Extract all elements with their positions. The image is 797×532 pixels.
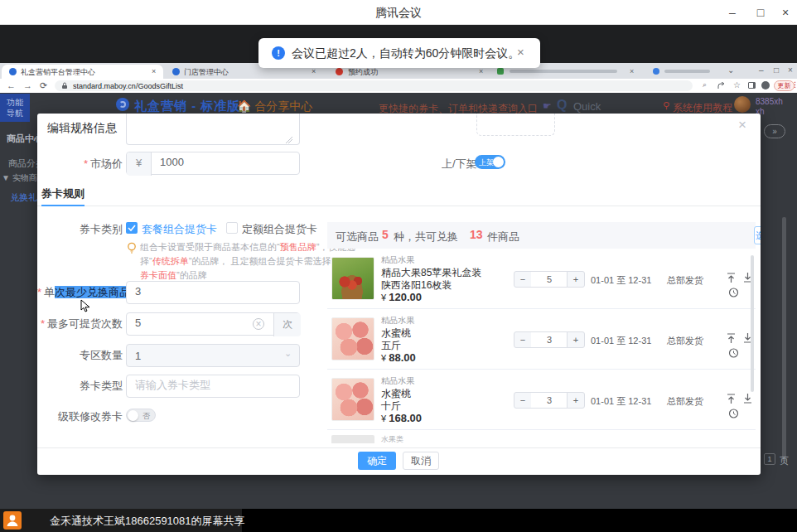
quantity-value[interactable]: 5 [531,271,568,288]
close-icon[interactable]: × [774,3,797,22]
card-category-option-1[interactable]: 套餐组合提货卡 [142,222,217,237]
quantity-value[interactable]: 3 [531,392,568,409]
delivery-source: 总部发货 [667,395,703,408]
minus-button[interactable]: − [514,271,532,288]
clock-icon[interactable] [728,347,739,359]
checkbox-checked-icon[interactable] [126,222,138,234]
user-id: 8385xh [756,97,783,106]
pagination-current[interactable]: 1 [764,453,775,465]
browser-maximize-icon[interactable]: □ [774,65,779,75]
footer-divider [37,447,761,448]
market-price-input[interactable]: ¥ [126,152,300,175]
clear-input-icon[interactable]: × [253,318,264,330]
banner-text: 会议已超过2人，自动转为60分钟限时会议。 [292,46,519,61]
plus-button[interactable]: + [567,331,585,348]
modal-close-icon[interactable]: × [738,117,746,133]
cascade-toggle[interactable]: 否 [126,409,156,422]
page-scrollbar[interactable] [782,217,786,462]
chevron-down-icon: ⌄ [284,348,292,359]
move-to-top-icon[interactable] [726,272,737,283]
sidebar-item-physical-goods[interactable]: ▼ 实物商品 [2,172,40,184]
max-pickup-input[interactable]: × 次 [126,312,300,336]
minus-button[interactable]: − [514,331,532,348]
quick-q-icon[interactable]: Q [557,98,567,113]
min-exchange-value[interactable] [135,285,292,297]
shelf-toggle[interactable]: 上架 [475,155,505,169]
star-icon[interactable]: ☆ [733,80,741,89]
tab-close-icon[interactable]: × [479,67,483,75]
tab-label: 礼盒营销平台管理中心 [21,67,145,78]
move-to-top-icon[interactable] [726,393,737,404]
move-to-bottom-icon[interactable] [742,393,753,404]
zone-count-label: 专区数量 [37,348,123,363]
scrolled-textarea[interactable] [126,114,300,145]
ghost-tab-favicon[interactable] [497,68,504,75]
expand-chevrons-button[interactable]: » [764,124,785,138]
share-icon[interactable] [717,82,726,89]
back-icon[interactable]: ← [7,80,16,90]
url-text: standard.maboy.cn/GoodsGiftList [73,82,183,90]
scrolled-uploader[interactable] [476,114,555,136]
choose-goods-button[interactable]: 选择商品 [754,226,761,244]
product-category: 水果类 [381,434,403,443]
zoom-icon[interactable]: ⌕ [703,80,707,89]
min-exchange-label: *单次最少兑换商品数 [37,285,123,300]
market-price-label: *市场价 [37,157,123,172]
product-list-scrollbar[interactable] [751,255,754,392]
banner-close-icon[interactable]: × [517,45,524,59]
textarea-resize-handle[interactable] [286,137,292,143]
browser-close-icon[interactable]: × [788,65,793,75]
row-action-icons [726,393,756,406]
move-to-top-icon[interactable] [726,332,737,344]
browser-tab-active[interactable]: 礼盒营销平台管理中心 × [2,65,163,79]
valid-date-range: 01-01 至 12-31 [591,335,651,347]
tab-card-rules[interactable]: 券卡规则 [41,186,85,201]
quantity-value[interactable]: 3 [531,331,568,348]
refresh-icon[interactable]: ⟳ [40,80,47,91]
ghost-tab-favicon[interactable] [653,68,659,75]
maximize-icon[interactable]: □ [749,3,772,22]
quantity-stepper: − 5 + [514,271,585,288]
minimize-icon[interactable]: – [721,3,744,22]
browser-minimize-icon[interactable]: – [759,65,764,75]
max-pickup-value[interactable] [135,317,247,329]
edit-spec-modal: 编辑规格信息 × *市场价 ¥ 上/下架 上架 券卡规则 券卡类别 [37,114,761,475]
card-category-option-2[interactable]: 定额组合提货卡 [242,222,317,237]
card-type-value[interactable] [135,379,292,391]
clock-icon[interactable] [728,287,739,298]
sidepanel-icon[interactable] [748,82,756,89]
card-type-label: 券卡类型 [37,379,123,394]
forward-icon[interactable]: → [23,80,32,90]
cascade-label: 级联修改券卡 [37,409,123,424]
profile-avatar-icon[interactable] [761,81,770,89]
tab-close-icon[interactable]: × [630,67,634,75]
tab-close-icon[interactable]: × [152,67,156,75]
browser-menu-chevron-icon[interactable]: ⌄ [727,65,734,75]
plus-button[interactable]: + [567,271,585,288]
card-type-input[interactable] [126,375,300,398]
cascade-state: 否 [142,411,150,422]
tab-close-icon[interactable]: × [312,67,316,75]
quick-label[interactable]: Quick [573,100,601,113]
product-image [331,317,374,360]
plus-button[interactable]: + [567,392,585,409]
product-row: 精品水果 水蜜桃 五斤 ¥ 88.00 − 3 + 01-01 至 12-31 … [327,309,756,370]
toggle-knob [128,410,138,421]
text-selection-highlight: 次最少兑换商品 [55,286,130,298]
product-image [331,378,374,421]
checkbox-unchecked-icon[interactable] [226,222,238,234]
zone-count-select[interactable]: 1 ⌄ [126,344,300,367]
min-exchange-input[interactable] [126,281,300,304]
share-center-link[interactable]: 🏠 合分享中心 [237,99,312,114]
cancel-button[interactable]: 取消 [403,452,439,470]
browser-menu-dots-icon[interactable]: ⋮ [791,80,797,89]
divider [37,206,761,206]
market-price-value[interactable] [160,156,292,168]
site-nav-badge[interactable]: 功能 导航 [0,94,30,122]
user-avatar[interactable] [734,96,751,113]
participant-icon[interactable] [3,511,22,530]
url-bar[interactable]: standard.maboy.cn/GoodsGiftList [55,80,693,91]
minus-button[interactable]: − [514,392,532,409]
confirm-button[interactable]: 确定 [358,452,396,470]
clock-icon[interactable] [728,408,739,419]
